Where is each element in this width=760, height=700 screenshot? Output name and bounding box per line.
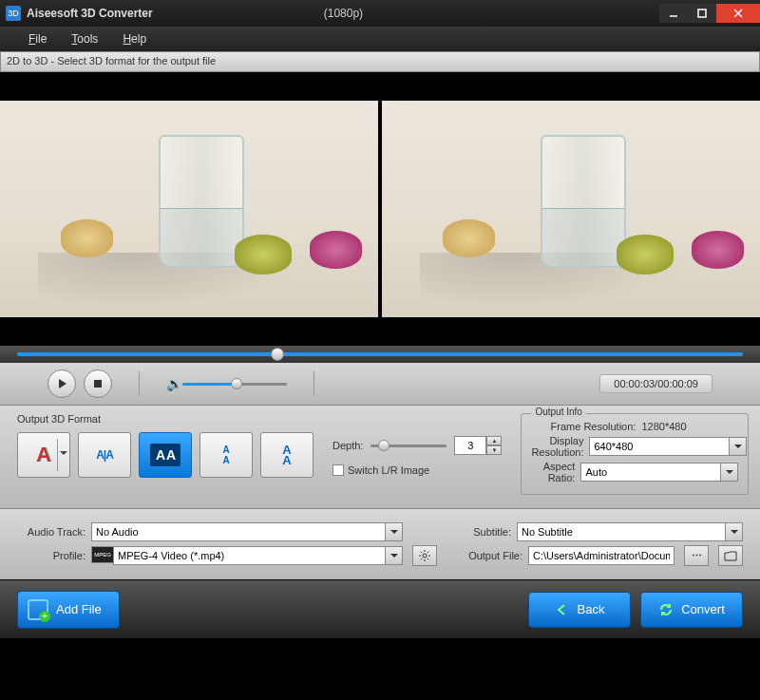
depth-input[interactable] xyxy=(454,436,486,455)
subtitle-label: Subtitle: xyxy=(454,526,511,538)
aspect-dropdown[interactable] xyxy=(721,463,738,482)
preview-left xyxy=(0,101,378,317)
stop-button[interactable] xyxy=(84,369,112,398)
output-file-open-button[interactable] xyxy=(718,545,743,566)
output-file-input[interactable] xyxy=(528,546,674,565)
display-res-dropdown[interactable] xyxy=(730,437,747,456)
chevron-down-icon xyxy=(60,451,67,459)
format-tb-half[interactable]: AA xyxy=(200,432,253,478)
minimize-button[interactable] xyxy=(659,4,688,23)
format-tb-full[interactable]: AA xyxy=(260,432,314,478)
frame-res-label: Frame Resolution: xyxy=(531,421,641,432)
profile-label: Profile: xyxy=(17,550,86,561)
output-info-box: Output Info Frame Resolution:1280*480 Di… xyxy=(521,413,749,495)
time-display: 00:00:03/00:00:09 xyxy=(599,374,712,393)
menu-tools[interactable]: Tools xyxy=(71,32,98,46)
app-logo-icon: 3D xyxy=(6,6,21,21)
format-anaglyph[interactable]: A xyxy=(17,432,70,478)
seek-bar[interactable] xyxy=(0,346,760,363)
play-button[interactable] xyxy=(48,369,76,398)
bottom-bar: Add File Back Convert xyxy=(0,579,760,638)
subtitle-select[interactable] xyxy=(517,522,726,541)
preview-right xyxy=(382,101,760,317)
menu-help[interactable]: Help xyxy=(123,32,146,46)
app-title: Aiseesoft 3D Converter xyxy=(27,7,153,20)
output-file-label: Output File: xyxy=(458,550,522,561)
aspect-select[interactable] xyxy=(580,463,721,482)
add-file-button[interactable]: Add File xyxy=(17,591,120,629)
subtitle-dropdown[interactable] xyxy=(726,522,743,541)
depth-slider[interactable] xyxy=(370,445,446,447)
depth-label: Depth: xyxy=(332,440,363,451)
volume-slider[interactable] xyxy=(182,383,287,386)
menu-bar: File Tools Help xyxy=(0,27,760,51)
svg-rect-1 xyxy=(698,9,706,17)
depth-down-button[interactable]: ▼ xyxy=(486,445,502,455)
convert-button[interactable]: Convert xyxy=(640,592,743,628)
playback-controls: 🔉 00:00:03/00:00:09 xyxy=(0,363,760,405)
maximize-button[interactable] xyxy=(688,4,716,23)
profile-codec-icon: MPEG xyxy=(91,546,114,563)
audio-track-label: Audio Track: xyxy=(17,526,86,538)
format-sbs-half[interactable]: A|A xyxy=(78,432,131,478)
settings-panel: Audio Track: Subtitle: Profile: MPEG Out… xyxy=(0,508,760,579)
display-res-label: Display Resolution: xyxy=(531,435,589,458)
format-sbs-full[interactable]: A A xyxy=(139,432,192,478)
menu-file[interactable]: File xyxy=(28,32,47,46)
svg-point-6 xyxy=(423,554,427,558)
volume-icon[interactable]: 🔉 xyxy=(166,376,182,391)
format-panel: Output 3D Format A A|A A A AA AA Depth: … xyxy=(0,405,760,508)
audio-track-select[interactable] xyxy=(91,522,386,541)
back-button[interactable]: Back xyxy=(528,592,631,628)
info-bar: 2D to 3D - Select 3D format for the outp… xyxy=(0,51,760,72)
switch-lr-checkbox[interactable]: Switch L/R Image xyxy=(332,464,502,476)
document-title: (1080p) xyxy=(324,7,363,20)
title-bar: 3D Aiseesoft 3D Converter (1080p) xyxy=(0,0,760,27)
aspect-label: Aspect Ratio: xyxy=(531,461,580,483)
output-format-label: Output 3D Format xyxy=(17,413,314,425)
add-file-icon xyxy=(28,599,48,620)
depth-up-button[interactable]: ▲ xyxy=(486,436,502,445)
frame-res-value: 1280*480 xyxy=(641,421,738,432)
preview-area xyxy=(0,72,760,346)
close-button[interactable] xyxy=(716,4,760,23)
profile-settings-button[interactable] xyxy=(412,545,437,566)
seek-thumb[interactable] xyxy=(271,348,284,361)
output-file-browse-button[interactable]: ⋯ xyxy=(684,545,709,566)
profile-dropdown[interactable] xyxy=(386,546,403,565)
display-res-select[interactable] xyxy=(589,437,730,456)
profile-select[interactable] xyxy=(113,546,386,565)
svg-marker-4 xyxy=(59,379,66,388)
output-info-legend: Output Info xyxy=(531,407,585,417)
audio-track-dropdown[interactable] xyxy=(386,522,403,541)
svg-rect-5 xyxy=(94,380,102,388)
